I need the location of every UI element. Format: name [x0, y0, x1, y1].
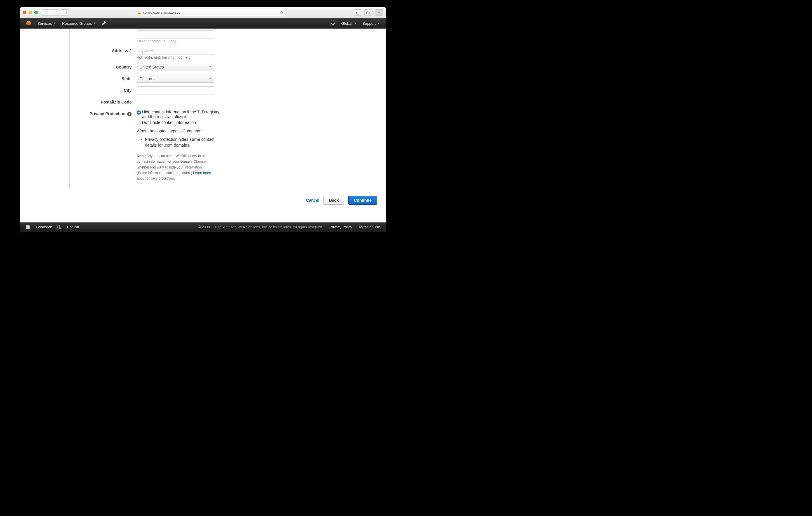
address2-label: Address 2: [70, 47, 137, 59]
minimize-window-icon[interactable]: [29, 11, 32, 14]
svg-rect-0: [63, 11, 67, 14]
browser-window: ‹ › 🔒 console.aws.amazon.com ⟳ + Service…: [20, 7, 386, 232]
lock-icon: 🔒: [137, 11, 141, 14]
city-input[interactable]: [137, 86, 214, 94]
continue-button[interactable]: Continue: [348, 196, 377, 205]
zoom-window-icon[interactable]: [34, 11, 38, 14]
caret-down-icon: ▼: [354, 22, 357, 25]
cancel-button[interactable]: Cancel: [306, 198, 319, 203]
radio-checked-icon: [137, 111, 141, 115]
chevron-down-icon: ▼: [209, 77, 211, 80]
sidebar-toggle-button[interactable]: [61, 9, 69, 16]
window-controls: [23, 11, 38, 14]
share-button[interactable]: [354, 9, 362, 16]
state-value: California: [139, 77, 156, 81]
chevron-down-icon: ▼: [209, 66, 211, 68]
aws-nav-header: Services ▼ Resource Groups ▼ Global ▼ Su…: [20, 18, 386, 29]
services-label: Services: [37, 21, 52, 26]
support-menu[interactable]: Support ▼: [362, 21, 380, 26]
company-heading: When the contact type is Company:: [137, 128, 227, 133]
state-select[interactable]: California ▼: [137, 74, 214, 83]
aws-footer: Feedback English © 2008 - 2017, Amazon W…: [20, 222, 386, 232]
browser-toolbar: ‹ › 🔒 console.aws.amazon.com ⟳ +: [20, 7, 386, 18]
caret-down-icon: ▼: [94, 22, 96, 25]
nav-buttons: ‹ ›: [42, 9, 58, 16]
tabs-button[interactable]: [364, 9, 373, 16]
feedback-link[interactable]: Feedback: [36, 225, 52, 229]
language-selector[interactable]: English: [67, 225, 79, 229]
globe-icon: [57, 225, 61, 229]
wizard-buttons: Cancel Back Continue: [20, 189, 386, 211]
page-content: Street address, P.O. box Address 2 Apt, …: [20, 29, 386, 222]
caret-down-icon: ▼: [377, 22, 380, 25]
close-window-icon[interactable]: [23, 11, 26, 14]
feedback-icon: [26, 225, 30, 229]
resource-groups-label: Resource Groups: [62, 21, 92, 26]
back-nav-button[interactable]: ‹: [42, 9, 50, 16]
state-label: State: [70, 74, 137, 83]
contact-form: Street address, P.O. box Address 2 Apt, …: [69, 29, 313, 189]
notifications-icon[interactable]: [331, 21, 336, 26]
address2-hint: Apt, suite, unit, building, floor, etc.: [137, 55, 219, 59]
forward-nav-button[interactable]: ›: [50, 9, 58, 16]
privacy-label: Privacy Protection i: [70, 110, 137, 181]
region-menu[interactable]: Global ▼: [341, 21, 357, 26]
postal-label: Postal/Zip Code: [70, 98, 137, 106]
privacy-note: Note: Anyone can use a WHOIS query to se…: [137, 153, 213, 181]
address1-hint: Street address, P.O. box: [137, 38, 219, 43]
company-note: When the contact type is Company: Privac…: [137, 128, 227, 148]
resource-groups-menu[interactable]: Resource Groups ▼: [62, 21, 96, 26]
url-bar[interactable]: 🔒 console.aws.amazon.com ⟳: [137, 9, 286, 16]
back-button[interactable]: Back: [323, 196, 344, 205]
privacy-hide-radio[interactable]: Hide contact information if the TLD regi…: [137, 110, 227, 119]
info-icon[interactable]: i: [127, 112, 132, 116]
svg-rect-5: [367, 11, 370, 13]
terms-link[interactable]: Terms of Use: [358, 225, 380, 229]
address2-input[interactable]: [137, 47, 214, 55]
services-menu[interactable]: Services ▼: [37, 21, 56, 26]
support-label: Support: [362, 21, 376, 26]
caret-down-icon: ▼: [54, 22, 56, 25]
city-label: City: [70, 86, 137, 94]
postal-input[interactable]: [137, 98, 214, 106]
privacy-show-radio[interactable]: Don't hide contact information: [137, 120, 227, 125]
new-tab-button[interactable]: +: [375, 9, 383, 16]
url-text: console.aws.amazon.com: [143, 10, 183, 14]
country-select[interactable]: United States ▼: [137, 63, 214, 71]
svg-rect-4: [367, 12, 370, 14]
pin-icon[interactable]: [102, 21, 106, 26]
reload-icon[interactable]: ⟳: [280, 10, 283, 14]
company-bullet: Privacy protection hides some contact de…: [145, 137, 227, 148]
privacy-hide-label: Hide contact information if the TLD regi…: [142, 110, 227, 119]
address1-input[interactable]: [137, 30, 214, 38]
country-label: Country: [70, 63, 137, 71]
copyright-text: © 2008 - 2017, Amazon Web Services, Inc.…: [198, 225, 323, 229]
privacy-show-label: Don't hide contact information: [142, 120, 196, 125]
privacy-policy-link[interactable]: Privacy Policy: [329, 225, 352, 229]
region-label: Global: [341, 21, 352, 26]
aws-logo-icon[interactable]: [26, 20, 31, 27]
learn-more-link[interactable]: Learn more: [193, 171, 211, 175]
country-value: United States: [139, 65, 164, 69]
radio-unchecked-icon: [137, 121, 141, 125]
